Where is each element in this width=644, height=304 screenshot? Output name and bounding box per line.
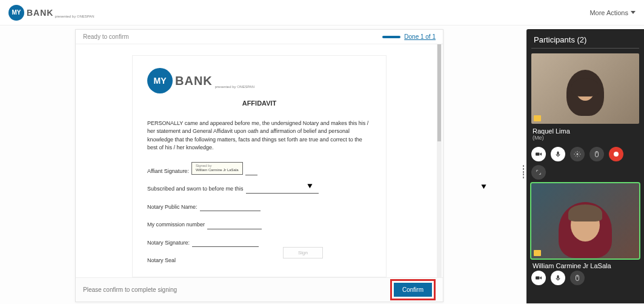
signer-name: William Carmine Jr LaSala <box>196 168 239 172</box>
more-actions-label: More Actions <box>589 9 628 16</box>
document-brand-badge: MY <box>147 68 173 93</box>
commission-label: My commission number <box>147 221 205 229</box>
document-title: AFFIDAVIT <box>147 98 371 109</box>
mic-toggle[interactable] <box>551 271 565 285</box>
svg-rect-0 <box>536 153 540 156</box>
brand-logo: MY BANK presented by ONESPAN <box>8 5 95 21</box>
document-status: Ready to confirm <box>83 33 129 40</box>
document-brand: MY BANK presented by ONESPAN <box>147 68 371 93</box>
signature-box[interactable]: Signed by William Carmine Jr LaSala <box>191 162 243 175</box>
more-actions-menu[interactable]: More Actions <box>589 9 636 16</box>
remote-controls <box>526 269 644 288</box>
affiant-signature-label: Affiant Signature: <box>147 167 189 176</box>
camera-toggle[interactable] <box>531 271 546 285</box>
signal-icon <box>534 250 541 256</box>
camera-icon <box>535 274 542 282</box>
avatar <box>566 70 604 116</box>
expand-icon <box>536 169 542 175</box>
mouse-icon <box>593 150 600 158</box>
camera-icon <box>535 150 542 158</box>
camera-toggle[interactable] <box>531 147 546 161</box>
signed-by-label: Signed by <box>196 164 212 167</box>
document-body[interactable]: MY BANK presented by ONESPAN AFFIDAVIT P… <box>76 44 443 277</box>
sworn-row: Subscribed and sworn to before me this <box>147 185 371 194</box>
affiant-signature-row: Affiant Signature: Signed by William Car… <box>147 162 371 176</box>
sworn-label: Subscribed and sworn to before me this <box>147 185 244 194</box>
progress-pill <box>382 36 400 38</box>
notary-signature-row: Notary Signature: <box>147 239 371 248</box>
notary-seal-row: Notary Seal <box>147 257 371 265</box>
svg-rect-6 <box>557 275 559 279</box>
progress-link[interactable]: Done 1 of 1 <box>404 33 436 40</box>
vertical-scrollbar[interactable] <box>437 44 442 277</box>
participant-name: Raquel Lima <box>526 125 644 135</box>
main-stage: ✓ Done Ready to confirm Done 1 of 1 MY B… <box>0 25 644 304</box>
gear-icon <box>574 150 581 158</box>
notary-name-label: Notary Public Name: <box>147 203 198 212</box>
participant-name: William Carmine Jr LaSala <box>526 260 644 269</box>
document-brand-sub: presented by ONESPAN <box>215 84 254 90</box>
brand-text: BANK <box>27 8 53 18</box>
signal-icon <box>534 115 541 121</box>
scrollbar-thumb[interactable] <box>437 44 441 141</box>
notary-name-line <box>200 205 261 211</box>
fullscreen-button[interactable] <box>531 165 546 180</box>
participant-me-badge: (Me) <box>526 135 644 143</box>
mic-toggle[interactable] <box>551 147 565 161</box>
settings-button[interactable] <box>570 147 585 161</box>
footer-message: Please confirm to complete signing <box>83 286 177 293</box>
record-button[interactable] <box>609 147 623 161</box>
app-header: MY BANK presented by ONESPAN More Action… <box>0 0 644 25</box>
confirm-highlight: Confirm <box>390 279 436 300</box>
signature-line <box>245 169 257 175</box>
confirm-button[interactable]: Confirm <box>394 283 432 297</box>
brand-sublabel: presented by ONESPAN <box>55 15 94 18</box>
svg-rect-5 <box>536 277 540 280</box>
notary-signature-line <box>192 241 259 247</box>
remote-control-button[interactable] <box>589 147 604 161</box>
commission-line <box>207 223 262 229</box>
document-intro: PERSONALLY came and appeared before me, … <box>147 120 371 152</box>
document-footer: Please confirm to complete signing Confi… <box>76 277 443 302</box>
divider <box>531 48 639 49</box>
svg-point-2 <box>577 154 579 155</box>
participants-title: Participants (2) <box>526 29 644 48</box>
notary-seal-label: Notary Seal <box>147 257 176 265</box>
record-icon <box>614 152 619 157</box>
video-tile-remote[interactable] <box>531 183 639 258</box>
document-brand-text: BANK <box>175 72 213 90</box>
cursor-icon <box>308 183 314 189</box>
document-viewer: Ready to confirm Done 1 of 1 MY BANK pre… <box>75 29 443 302</box>
sign-here-button[interactable]: Sign <box>283 247 323 258</box>
video-tile-self[interactable] <box>531 53 639 124</box>
notary-signature-label: Notary Signature: <box>147 239 190 248</box>
remote-control-button[interactable] <box>570 271 585 285</box>
notary-name-row: Notary Public Name: <box>147 203 371 212</box>
brand-badge: MY <box>8 5 24 21</box>
document-page: MY BANK presented by ONESPAN AFFIDAVIT P… <box>132 55 387 277</box>
avatar <box>559 202 612 258</box>
mic-icon <box>554 274 562 282</box>
mouse-icon <box>574 274 581 282</box>
participants-panel: Participants (2) Raquel Lima (Me) <box>526 29 644 303</box>
mic-icon <box>554 150 562 158</box>
document-header-bar: Ready to confirm Done 1 of 1 <box>76 30 443 44</box>
self-controls <box>526 143 644 164</box>
sworn-line <box>246 187 319 194</box>
panel-resize-handle[interactable] <box>523 165 525 178</box>
cursor-icon <box>482 183 488 189</box>
svg-rect-1 <box>557 152 559 155</box>
commission-row: My commission number <box>147 221 371 229</box>
chevron-down-icon <box>631 11 636 14</box>
